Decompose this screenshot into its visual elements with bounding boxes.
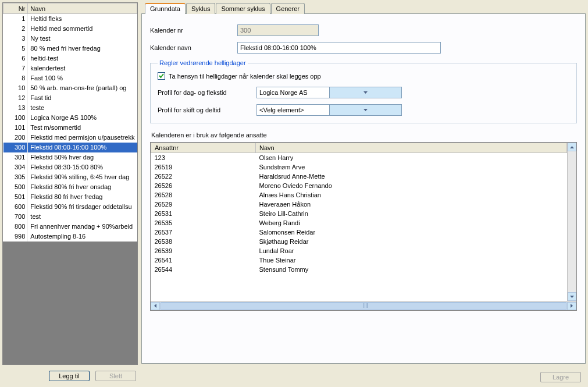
employee-row[interactable]: 26528Alnæs Hans Christian bbox=[151, 190, 567, 200]
kalender-navn-input[interactable] bbox=[237, 42, 441, 54]
kalender-navn-label: Kalender navn bbox=[150, 44, 237, 51]
chevron-down-icon[interactable] bbox=[329, 87, 402, 98]
employee-row[interactable]: 26535Weberg Randi bbox=[151, 218, 567, 228]
employee-row[interactable]: 26539Lundal Roar bbox=[151, 246, 567, 255]
tab-sommer-syklus[interactable]: Sommer syklus bbox=[216, 3, 270, 14]
chevron-down-icon[interactable] bbox=[329, 105, 402, 115]
calendar-row[interactable]: 301Flekstid 50% hver dag bbox=[3, 152, 137, 162]
calendar-row[interactable]: 200Flekstid med permisjon u/pausetrekk bbox=[3, 133, 137, 143]
employees-table[interactable]: Ansattnr Navn 123Olsen Harry26519Sundstr… bbox=[150, 142, 577, 311]
calendar-row[interactable]: 300Flekstid 08:00-16:00 100% bbox=[3, 143, 137, 152]
profil-dag-label: Profil for dag- og flekstid bbox=[158, 89, 256, 96]
tab-content: Kalender nr Kalender navn Regler vedrøre… bbox=[141, 13, 586, 364]
profil-dag-combo[interactable]: Logica Norge AS bbox=[256, 87, 402, 98]
profil-skift-combo[interactable]: <Velg element> bbox=[256, 104, 402, 116]
calendar-row[interactable]: 101Test m/sommertid bbox=[3, 123, 137, 133]
calendar-row[interactable]: 8Fast 100 % bbox=[3, 73, 137, 83]
employee-row[interactable]: 26541Thue Steinar bbox=[151, 255, 567, 265]
calendar-row[interactable]: 7kalendertest bbox=[3, 63, 137, 73]
holiday-checkbox[interactable] bbox=[158, 72, 165, 80]
holiday-rules-group: Regler vedrørende helligdager Ta hensyn … bbox=[150, 59, 577, 123]
holiday-rules-legend: Regler vedrørende helligdager bbox=[158, 59, 248, 66]
employees-title: Kalenderen er i bruk av følgende ansatte bbox=[151, 132, 577, 139]
col-nr[interactable]: Nr bbox=[3, 3, 28, 14]
add-button[interactable]: Legg til bbox=[49, 371, 90, 381]
kalender-nr-input bbox=[237, 24, 319, 36]
calendar-row[interactable]: 13teste bbox=[3, 103, 137, 113]
tab-syklus[interactable]: Syklus bbox=[186, 3, 215, 14]
calendar-row[interactable]: 800Fri annenhver mandag + 90%arbeid bbox=[3, 222, 137, 232]
calendar-row[interactable]: 304Flekstid 08:30-15:00 80% bbox=[3, 162, 137, 172]
employee-row[interactable]: 26531Steiro Lill-Cathrin bbox=[151, 209, 567, 218]
calendar-row[interactable]: 305Flekstid 90% stilling, 6:45 hver dag bbox=[3, 172, 137, 182]
tab-generer[interactable]: Generer bbox=[271, 3, 305, 14]
holiday-checkbox-label: Ta hensyn til helligdager når kalender s… bbox=[169, 73, 321, 80]
delete-button[interactable]: Slett bbox=[95, 371, 136, 381]
calendar-row[interactable]: 500Flekstid 80% fri hver onsdag bbox=[3, 182, 137, 192]
tab-grunndata[interactable]: Grunndata bbox=[145, 3, 186, 14]
col-ansattnr[interactable]: Ansattnr bbox=[151, 143, 256, 153]
calendar-row[interactable]: 3Ny test bbox=[3, 34, 137, 44]
calendar-row[interactable]: 1050 % arb. man-ons-fre (partall) og bbox=[3, 83, 137, 93]
save-button[interactable]: Lagre bbox=[540, 372, 581, 382]
employee-row[interactable]: 26529Haveraaen Håkon bbox=[151, 200, 567, 209]
employee-row[interactable]: 123Olsen Harry bbox=[151, 153, 567, 163]
calendar-row[interactable]: 1Heltid fleks bbox=[3, 14, 137, 24]
calendar-row[interactable]: 2Heltid med sommertid bbox=[3, 24, 137, 34]
col-emp-navn[interactable]: Navn bbox=[256, 143, 567, 153]
employee-row[interactable]: 26526Moreno Oviedo Fernando bbox=[151, 181, 567, 190]
employee-row[interactable]: 26519Sundstrøm Arve bbox=[151, 162, 567, 172]
horizontal-scrollbar[interactable] bbox=[151, 301, 576, 310]
calendar-row[interactable]: 12Fast tid bbox=[3, 93, 137, 103]
calendar-row[interactable]: 600Flekstid 90% fri tirsdager oddetallsu bbox=[3, 202, 137, 212]
calendar-list[interactable]: Nr Navn 1Heltid fleks2Heltid med sommert… bbox=[2, 2, 138, 365]
vertical-scrollbar[interactable] bbox=[567, 143, 576, 301]
profil-skift-label: Profil for skift og deltid bbox=[158, 106, 256, 113]
col-navn[interactable]: Navn bbox=[28, 3, 137, 14]
calendar-row[interactable]: 100Logica Norge AS 100% bbox=[3, 113, 137, 123]
employee-row[interactable]: 26544Stensund Tommy bbox=[151, 265, 567, 274]
calendar-row[interactable]: 501Flekstid 80 fri hver fredag bbox=[3, 192, 137, 202]
employee-row[interactable]: 26538Skjøthaug Reidar bbox=[151, 237, 567, 246]
kalender-nr-label: Kalender nr bbox=[150, 27, 237, 34]
employee-row[interactable]: 26537Salomonsen Reidar bbox=[151, 228, 567, 237]
calendar-row[interactable]: 580 % med fri hver fredag bbox=[3, 44, 137, 54]
employee-row[interactable]: 26522Haraldsrud Anne-Mette bbox=[151, 172, 567, 181]
calendar-row[interactable]: 998Autostempling 8-16 bbox=[3, 232, 137, 242]
calendar-row[interactable]: 700test bbox=[3, 212, 137, 222]
calendar-row[interactable]: 6heltid-test bbox=[3, 54, 137, 63]
